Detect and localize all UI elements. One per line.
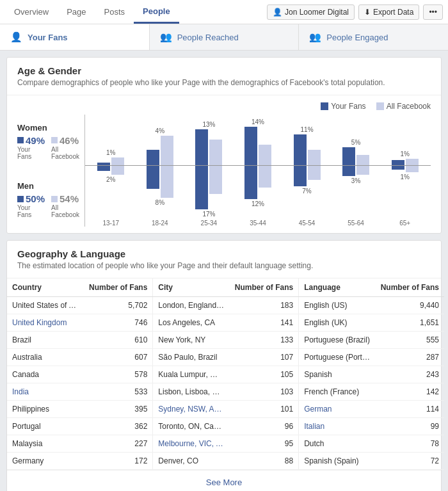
table-row: Portuguese (Brazil)555 [299,332,444,349]
men-bar-group-55-64: 3% [333,166,378,217]
fans-legend-label: Your Fans [331,102,365,111]
women-fb-bar-65+ [406,159,419,165]
women-pct-label-55-64: 5% [351,139,360,146]
row-name: Portuguese (Portugal) [299,349,376,366]
women-fans-bar-13-17 [97,163,110,165]
row-fans: 1,651 [376,314,444,332]
sub-nav-your-fans[interactable]: 👤 Your Fans [0,24,150,50]
men-bar-group-18-24: 8% [138,166,182,217]
table-row: English (UK)1,651 [299,314,444,332]
tab-people[interactable]: People [134,0,179,24]
row-fans: 107 [230,349,298,366]
women-fb-bar-25-34 [209,140,222,165]
men-bar-group-65+: 1% [383,166,428,217]
men-fans-bar-65+ [392,166,404,170]
row-name[interactable]: German [299,401,376,418]
facebook-legend-label: All Facebook [387,102,431,111]
row-name: Spanish [299,366,376,383]
row-fans: 746 [84,314,152,332]
age-label-45-54: 45-54 [285,218,330,227]
table-row: Australia607 [7,349,152,366]
row-fans: 72 [376,453,444,470]
men-pct-label-65+: 1% [400,173,409,181]
row-fans: 96 [230,418,298,435]
row-name: Portugal [7,418,84,435]
men-fb-bar-45-54 [308,166,321,180]
export-button[interactable]: ⬇ Export Data [358,4,419,20]
women-section-label: Women 49% Your Fans [17,123,81,160]
row-name: Denver, CO [153,453,230,470]
reached-icon: 👥 [160,31,172,43]
row-fans: 5,702 [84,297,152,314]
men-fb-bar-55-64 [356,166,369,175]
row-fans: 114 [376,401,444,418]
men-pct-label-45-54: 7% [302,188,311,195]
row-name: English (US) [299,297,376,314]
women-bar-group-65+: 1% [383,115,428,165]
table-row: Canada578 [7,366,152,383]
table-row: Brazil610 [7,332,152,349]
row-name[interactable]: Italian [299,418,376,435]
row-name[interactable]: United Kingdom [7,314,84,332]
men-fans-bar-25-34 [195,166,208,209]
row-name: Los Angeles, CA [153,314,230,332]
col-header-number_of_fans: Number of Fans [376,278,444,297]
men-pct-label-25-34: 17% [202,211,215,218]
men-fb-bar-65+ [406,166,419,172]
col-header-number_of_fans: Number of Fans [84,278,152,297]
row-fans: 133 [230,332,298,349]
row-name[interactable]: Melbourne, VIC, Australia [153,435,230,453]
table-row: Spanish243 [299,366,444,383]
row-fans: 105 [230,366,298,383]
row-name: Dutch [299,435,376,453]
user-button[interactable]: 👤 Jon Loomer Digital [267,4,355,20]
table-row: Lisbon, Lisboa, Portugal103 [153,383,298,401]
table-row: Portuguese (Portugal)287 [299,349,444,366]
geo-table-languages: LanguageNumber of FansEnglish (US)9,440E… [298,278,444,470]
sub-nav-people-reached[interactable]: 👥 People Reached [150,24,300,50]
table-row: Los Angeles, CA141 [153,314,298,332]
row-fans: 88 [230,453,298,470]
women-fans-bar-25-34 [195,129,208,165]
row-name[interactable]: India [7,383,84,401]
men-bar-group-13-17: 2% [88,166,133,217]
women-pct-label-13-17: 1% [106,149,115,156]
women-fb-bar-35-44 [259,145,271,165]
men-fans-bar-13-17 [97,166,110,171]
table-row: French (France)142 [299,383,444,401]
women-fb-bar-45-54 [308,150,321,165]
table-row: United Kingdom746 [7,314,152,332]
men-fans-bar-18-24 [147,166,159,189]
age-label-55-64: 55-64 [333,218,378,227]
tab-posts[interactable]: Posts [95,0,134,24]
export-icon: ⬇ [364,8,371,17]
table-row: Spanish (Spain)72 [299,453,444,470]
row-name: São Paulo, Brazil [153,349,230,366]
col-header-number_of_fans: Number of Fans [230,278,298,297]
row-fans: 141 [230,314,298,332]
see-more-button[interactable]: See More [7,470,441,491]
sub-nav-people-engaged[interactable]: 👥 People Engaged [299,24,448,50]
table-row: Italian99 [299,418,444,435]
row-name: Germany [7,453,84,470]
table-row: Germany172 [7,453,152,470]
row-fans: 183 [230,297,298,314]
table-row: India533 [7,383,152,401]
women-pct-label-35-44: 14% [252,118,264,125]
tab-page[interactable]: Page [58,0,95,24]
men-fans-bar-35-44 [244,166,257,199]
more-button[interactable]: ••• [423,4,443,20]
women-pct-label-65+: 1% [400,150,409,157]
row-name[interactable]: Sydney, NSW, Australia [153,401,230,418]
people-engaged-label: People Engaged [326,33,388,42]
row-name: Australia [7,349,84,366]
row-fans: 78 [376,435,444,453]
geo-table-countries: CountryNumber of FansUnited States of Am… [7,278,152,470]
men-pct-label-13-17: 2% [106,176,115,183]
tab-overview[interactable]: Overview [5,0,58,24]
men-pct-label-35-44: 12% [252,200,264,207]
age-gender-card: Age & Gender Compare demographics of peo… [6,57,442,234]
table-row: United States of America5,702 [7,297,152,314]
table-row: Kuala Lumpur, Wilayah Pe...105 [153,366,298,383]
fans-legend-dot [321,102,328,110]
